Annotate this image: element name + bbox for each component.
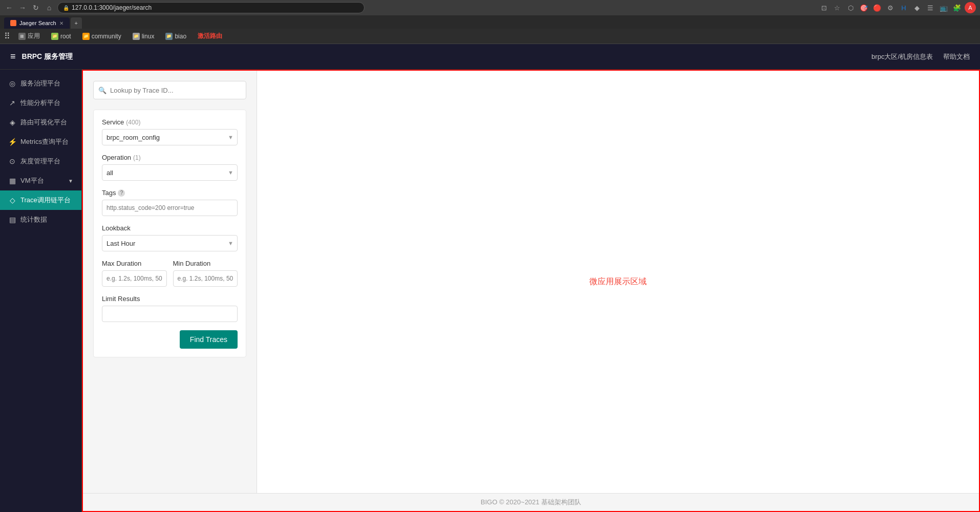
extension6-icon[interactable]: ◆ <box>911 2 923 13</box>
sidebar-item-gray-mgmt[interactable]: ⊙ 灰度管理平台 <box>0 152 81 171</box>
main-layout: ◎ 服务治理平台 ↗ 性能分析平台 ◈ 路由可视化平台 ⚡ Metrics查询平… <box>0 70 980 512</box>
home-button[interactable]: ⌂ <box>44 3 54 13</box>
content-main: 🔍 Service (400) <box>82 70 980 512</box>
trace-platform-icon: ◇ <box>8 196 16 204</box>
extension3-icon[interactable]: 🔴 <box>871 2 883 13</box>
min-duration-input[interactable] <box>173 270 238 287</box>
sidebar-item-vm-platform[interactable]: ▦ VM平台 ▼ <box>0 171 81 190</box>
apps-icon[interactable]: ⠿ <box>4 31 10 41</box>
bookmark-note-label: 激活路由 <box>198 32 222 40</box>
find-traces-button[interactable]: Find Traces <box>180 330 238 349</box>
vm-platform-inner: ▦ VM平台 <box>8 176 44 185</box>
operation-select[interactable]: all <box>102 164 238 181</box>
bookmark-apps[interactable]: ▦ 应用 <box>15 31 43 41</box>
chevron-down-icon: ▼ <box>68 178 73 184</box>
bookmark-root-label: root <box>60 33 71 40</box>
tags-label: Tags ? <box>102 189 238 197</box>
extension9-icon[interactable]: 🧩 <box>951 2 963 13</box>
app-container: ≡ BRPC 服务管理 brpc大区/机房信息表 帮助文档 ◎ 服务治理平台 ↗… <box>0 44 980 512</box>
bookmark-icon[interactable]: ☆ <box>832 2 843 13</box>
jaeger-right-panel: 微应用展示区域 <box>257 71 979 493</box>
back-button[interactable]: ← <box>4 3 14 13</box>
menu-icon[interactable]: ≡ <box>10 51 16 62</box>
lookup-trace-id-input[interactable] <box>93 81 246 99</box>
sidebar-item-service-governance[interactable]: ◎ 服务治理平台 <box>0 74 81 93</box>
service-section: Service (400) brpc_room_config ▼ <box>102 118 238 145</box>
stats-icon: ▤ <box>8 216 16 224</box>
extension4-icon[interactable]: ⚙ <box>885 2 896 13</box>
sidebar-item-perf-analysis[interactable]: ↗ 性能分析平台 <box>0 93 81 113</box>
sidebar-vm-platform-label: VM平台 <box>20 176 44 185</box>
browser-chrome: ← → ↻ ⌂ 🔒 127.0.0.1:3000/jaeger/search ⊡… <box>0 0 980 29</box>
root-icon: 📁 <box>51 33 58 40</box>
url-text: 127.0.0.1:3000/jaeger/search <box>72 4 152 11</box>
extension1-icon[interactable]: ⬡ <box>845 2 856 13</box>
operation-label: Operation (1) <box>102 154 238 161</box>
region-link[interactable]: brpc大区/机房信息表 <box>871 52 933 61</box>
gray-mgmt-icon: ⊙ <box>8 157 16 165</box>
max-duration-label: Max Duration <box>102 260 167 267</box>
bookmark-root[interactable]: 📁 root <box>48 32 74 41</box>
max-duration-input[interactable] <box>102 270 167 287</box>
browser-toolbar: ← → ↻ ⌂ 🔒 127.0.0.1:3000/jaeger/search ⊡… <box>0 0 980 15</box>
extension7-icon[interactable]: ☰ <box>925 2 936 13</box>
community-icon: 📁 <box>82 33 90 40</box>
extension5-icon[interactable]: H <box>898 2 909 13</box>
lookback-select[interactable]: Last Hour <box>102 235 238 251</box>
footer: BIGO © 2020~2021 基础架构团队 <box>83 493 979 511</box>
sidebar-item-routing-viz[interactable]: ◈ 路由可视化平台 <box>0 113 81 132</box>
bookmark-community-label: community <box>92 33 121 40</box>
tab-close-icon[interactable]: ✕ <box>59 20 63 26</box>
lookback-section: Lookback Last Hour ▼ <box>102 224 238 251</box>
bookmark-apps-label: 应用 <box>28 32 40 40</box>
top-nav: ≡ BRPC 服务管理 brpc大区/机房信息表 帮助文档 <box>0 44 980 70</box>
metrics-query-icon: ⚡ <box>8 138 16 146</box>
cast-icon[interactable]: ⊡ <box>818 2 829 13</box>
bookmark-note[interactable]: 激活路由 <box>195 31 225 41</box>
service-select-wrapper: brpc_room_config ▼ <box>102 129 238 145</box>
lookback-select-wrapper: Last Hour ▼ <box>102 235 238 251</box>
search-form: Service (400) brpc_room_config ▼ <box>93 110 246 357</box>
lock-icon: 🔒 <box>63 5 69 11</box>
tab-title: Jaeger Search <box>19 20 56 26</box>
linux-icon: 📁 <box>133 33 140 40</box>
sidebar-item-stats[interactable]: ▤ 统计数据 <box>0 210 81 229</box>
jaeger-left-panel: 🔍 Service (400) <box>83 71 257 493</box>
sidebar-item-metrics-query[interactable]: ⚡ Metrics查询平台 <box>0 132 81 152</box>
bookmark-community[interactable]: 📁 community <box>79 32 124 41</box>
sidebar-gray-mgmt-label: 灰度管理平台 <box>20 157 60 166</box>
tags-help-icon[interactable]: ? <box>118 189 125 197</box>
new-tab-button[interactable]: + <box>71 17 82 29</box>
lookup-input-wrap: 🔍 <box>93 81 246 99</box>
brand-title: BRPC 服务管理 <box>22 52 104 61</box>
tab-favicon <box>10 20 16 26</box>
browser-tabs: Jaeger Search ✕ + <box>0 15 980 29</box>
extension8-icon[interactable]: 📺 <box>938 2 949 13</box>
sidebar-perf-analysis-label: 性能分析平台 <box>20 98 60 108</box>
user-avatar[interactable]: A <box>965 2 976 13</box>
service-label: Service (400) <box>102 118 238 126</box>
url-bar[interactable]: 🔒 127.0.0.1:3000/jaeger/search <box>57 2 365 13</box>
service-count: (400) <box>126 119 140 126</box>
forward-button[interactable]: → <box>17 3 28 13</box>
help-link[interactable]: 帮助文档 <box>943 52 970 61</box>
tags-input[interactable] <box>102 200 238 216</box>
tags-section: Tags ? <box>102 189 238 216</box>
extension2-icon[interactable]: 🎯 <box>858 2 869 13</box>
operation-count: (1) <box>133 154 141 161</box>
sidebar-trace-platform-label: Trace调用链平台 <box>20 196 71 205</box>
bookmark-biao[interactable]: 📁 biao <box>162 32 189 41</box>
sidebar-item-trace-platform[interactable]: ◇ Trace调用链平台 <box>0 190 81 210</box>
micro-app-placeholder-text: 微应用展示区域 <box>589 276 647 287</box>
active-tab[interactable]: Jaeger Search ✕ <box>4 17 70 29</box>
vm-platform-icon: ▦ <box>8 177 16 185</box>
limit-results-input[interactable]: 20 <box>102 306 238 322</box>
max-duration-col: Max Duration <box>102 260 167 287</box>
sidebar-stats-label: 统计数据 <box>20 215 47 224</box>
service-select[interactable]: brpc_room_config <box>102 129 238 145</box>
sidebar-routing-viz-label: 路由可视化平台 <box>20 118 67 127</box>
limit-results-label: Limit Results <box>102 295 238 303</box>
reload-button[interactable]: ↻ <box>31 3 41 13</box>
sidebar-service-governance-label: 服务治理平台 <box>20 79 60 88</box>
bookmark-linux[interactable]: 📁 linux <box>130 32 158 41</box>
